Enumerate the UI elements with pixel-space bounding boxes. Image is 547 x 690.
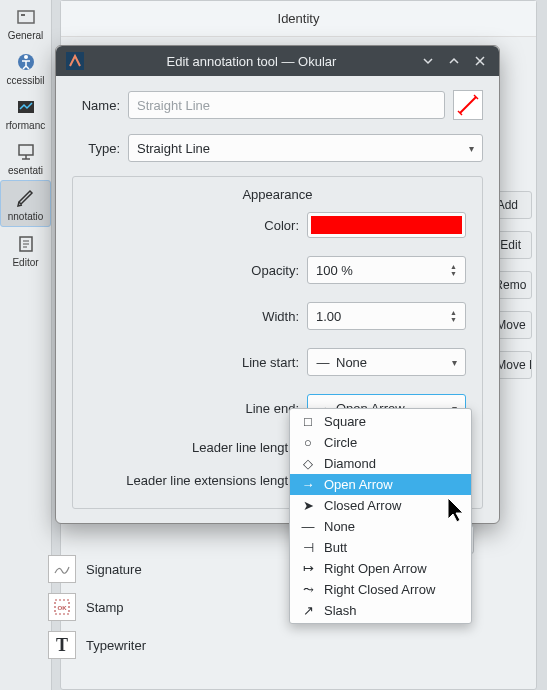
line-end-dropdown: □Square○Circle◇Diamond→Open Arrow➤Closed… (289, 408, 472, 624)
svg-text:OK: OK (58, 605, 68, 611)
chevron-down-icon: ▾ (452, 357, 457, 368)
line-ending-icon: ↦ (300, 561, 316, 576)
presentation-icon (15, 141, 37, 163)
dropdown-label: Circle (324, 435, 357, 450)
type-select[interactable]: Straight Line ▾ (128, 134, 483, 162)
typewriter-icon: T (48, 631, 76, 659)
sidebar-item-annotations[interactable]: nnotatio (0, 180, 51, 227)
list-label: Stamp (86, 600, 124, 615)
line-end-label: Line end: (89, 401, 299, 416)
sidebar-item-general[interactable]: General (0, 0, 51, 45)
width-value: 1.00 (316, 309, 341, 324)
line-ending-icon: ⤳ (300, 582, 316, 597)
appearance-title: Appearance (89, 187, 466, 202)
annotation-list: Signature OK Stamp T Typewriter (48, 555, 146, 659)
list-item[interactable]: Signature (48, 555, 146, 583)
annotation-icon (15, 187, 37, 209)
line-ending-icon: ◇ (300, 456, 316, 471)
name-label: Name: (72, 98, 120, 113)
sidebar-label: nnotatio (8, 211, 44, 222)
line-ending-icon: → (300, 477, 316, 492)
width-spinner[interactable]: 1.00 ▲▼ (307, 302, 466, 330)
okular-app-icon (66, 52, 84, 70)
leader-length-label: Leader line length: (89, 440, 299, 455)
opacity-spinner[interactable]: 100 % ▲▼ (307, 256, 466, 284)
dropdown-label: Open Arrow (324, 477, 393, 492)
line-start-select[interactable]: — None ▾ (307, 348, 466, 376)
sidebar-item-presentation[interactable]: esentati (0, 135, 51, 180)
line-ending-icon: — (300, 519, 316, 534)
line-ending-icon: □ (300, 414, 316, 429)
minimize-icon[interactable] (419, 52, 437, 70)
type-label: Type: (72, 141, 120, 156)
svg-line-15 (460, 97, 476, 113)
dropdown-label: None (324, 519, 355, 534)
opacity-label: Opacity: (89, 263, 299, 278)
sidebar-label: esentati (8, 165, 43, 176)
sidebar-item-editor[interactable]: Editor (0, 227, 51, 272)
line-start-value: None (336, 355, 446, 370)
sidebar-label: ccessibil (7, 75, 45, 86)
sidebar-label: Editor (12, 257, 38, 268)
settings-sidebar: General ccessibil rformanc esentati nnot… (0, 0, 52, 690)
accessibility-icon (15, 51, 37, 73)
line-ending-icon: ⊣ (300, 540, 316, 555)
color-label: Color: (89, 218, 299, 233)
spin-arrows-icon: ▲▼ (450, 263, 457, 277)
dialog-title: Edit annotation tool — Okular (92, 54, 411, 69)
general-icon (15, 6, 37, 28)
name-input[interactable] (128, 91, 445, 119)
opacity-value: 100 % (316, 263, 353, 278)
dropdown-label: Square (324, 414, 366, 429)
line-ending-icon: ➤ (300, 498, 316, 513)
dropdown-item[interactable]: ◇Diamond (290, 453, 471, 474)
type-value: Straight Line (137, 141, 210, 156)
svg-rect-1 (21, 14, 25, 16)
performance-icon (15, 96, 37, 118)
svg-rect-0 (18, 11, 34, 23)
sidebar-label: rformanc (6, 120, 45, 131)
width-label: Width: (89, 309, 299, 324)
leader-ext-label: Leader line extensions length: (89, 473, 299, 488)
color-picker[interactable] (307, 212, 466, 238)
dropdown-item[interactable]: ↦Right Open Arrow (290, 558, 471, 579)
line-ending-icon: ↗ (300, 603, 316, 618)
sidebar-label: General (8, 30, 44, 41)
list-item[interactable]: OK Stamp (48, 593, 146, 621)
dropdown-item[interactable]: →Open Arrow (290, 474, 471, 495)
dropdown-item[interactable]: □Square (290, 411, 471, 432)
dropdown-item[interactable]: —None (290, 516, 471, 537)
dropdown-item[interactable]: ⊣Butt (290, 537, 471, 558)
dropdown-label: Right Closed Arrow (324, 582, 435, 597)
svg-rect-5 (19, 145, 33, 155)
identity-header: Identity (61, 1, 536, 37)
list-item[interactable]: T Typewriter (48, 631, 146, 659)
sidebar-item-performance[interactable]: rformanc (0, 90, 51, 135)
dropdown-item[interactable]: ⤳Right Closed Arrow (290, 579, 471, 600)
color-swatch-fill (311, 216, 462, 234)
dropdown-item[interactable]: ↗Slash (290, 600, 471, 621)
dropdown-label: Right Open Arrow (324, 561, 427, 576)
maximize-icon[interactable] (445, 52, 463, 70)
line-start-label: Line start: (89, 355, 299, 370)
stamp-icon: OK (48, 593, 76, 621)
list-label: Signature (86, 562, 142, 577)
svg-point-3 (24, 55, 28, 59)
dropdown-label: Closed Arrow (324, 498, 401, 513)
signature-icon (48, 555, 76, 583)
dropdown-label: Diamond (324, 456, 376, 471)
spin-arrows-icon: ▲▼ (450, 309, 457, 323)
dropdown-label: Slash (324, 603, 357, 618)
dialog-titlebar[interactable]: Edit annotation tool — Okular (56, 46, 499, 76)
chevron-down-icon: ▾ (469, 143, 474, 154)
line-ending-icon: ○ (300, 435, 316, 450)
close-icon[interactable] (471, 52, 489, 70)
none-icon: — (316, 355, 330, 370)
dropdown-label: Butt (324, 540, 347, 555)
editor-icon (15, 233, 37, 255)
sidebar-item-accessibility[interactable]: ccessibil (0, 45, 51, 90)
annotation-preview-icon (453, 90, 483, 120)
dropdown-item[interactable]: ○Circle (290, 432, 471, 453)
list-label: Typewriter (86, 638, 146, 653)
dropdown-item[interactable]: ➤Closed Arrow (290, 495, 471, 516)
